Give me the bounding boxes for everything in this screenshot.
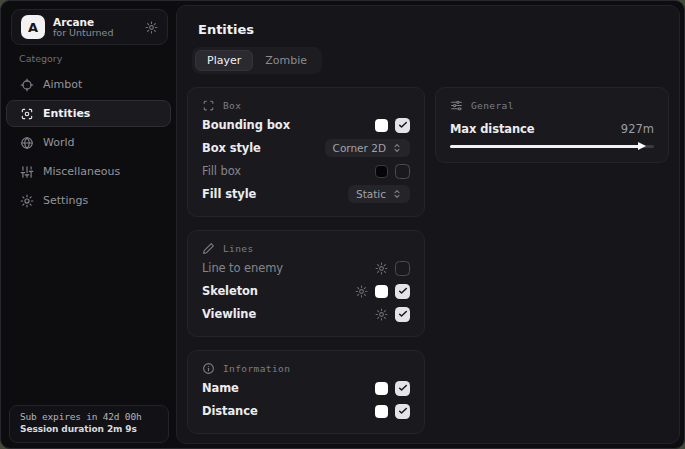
checkbox-checked[interactable] xyxy=(395,284,410,299)
sliders-horizontal-icon xyxy=(450,99,463,112)
checkbox-checked[interactable] xyxy=(395,118,410,133)
slider-row-max-distance: Max distance 927m xyxy=(450,122,654,136)
information-section-card: Information Name Distance xyxy=(187,350,425,434)
globe-icon xyxy=(20,136,34,150)
slider-fill xyxy=(450,145,640,148)
sub-expires-text: Sub expires in 42d 00h xyxy=(20,411,158,422)
sidebar-item-miscellaneous[interactable]: Miscellaneous xyxy=(6,158,171,185)
feature-row-fill-style: Fill style Static xyxy=(202,184,410,204)
section-title: General xyxy=(471,100,514,111)
info-icon xyxy=(202,362,215,375)
sidebar: A Arcane for Unturned Category Aimbot xyxy=(1,1,176,448)
color-swatch[interactable] xyxy=(375,285,388,298)
checkbox-unchecked[interactable] xyxy=(395,164,410,179)
section-title: Lines xyxy=(223,243,254,254)
max-distance-slider[interactable] xyxy=(450,142,654,150)
slider-value: 927m xyxy=(621,122,654,136)
row-settings-gear-icon[interactable] xyxy=(375,262,388,275)
sidebar-item-world[interactable]: World xyxy=(6,129,171,156)
tab-zombie[interactable]: Zombie xyxy=(253,50,319,71)
row-settings-gear-icon[interactable] xyxy=(375,308,388,321)
box-brackets-icon xyxy=(202,99,215,112)
sidebar-nav: Aimbot Entities World Miscellaneous xyxy=(6,71,171,216)
fill-style-select[interactable]: Static xyxy=(348,185,410,203)
page-title: Entities xyxy=(198,22,669,37)
chevrons-up-down-icon xyxy=(392,189,402,199)
sidebar-item-settings[interactable]: Settings xyxy=(6,187,171,214)
general-section-card: General Max distance 927m xyxy=(435,87,669,163)
check-icon xyxy=(398,383,408,393)
check-icon xyxy=(398,286,408,296)
app-title-block: Arcane for Unturned xyxy=(53,16,145,39)
slider-thumb-arrow[interactable] xyxy=(638,142,646,150)
check-icon xyxy=(398,309,408,319)
sidebar-item-label: Aimbot xyxy=(43,78,82,91)
sidebar-item-label: Miscellaneous xyxy=(43,165,120,178)
app-name: Arcane xyxy=(53,16,145,28)
row-label: Name xyxy=(202,381,239,395)
box-section-header: Box xyxy=(202,99,410,112)
app-header-card: A Arcane for Unturned xyxy=(11,9,168,45)
app-subtitle: for Unturned xyxy=(53,28,145,39)
gear-icon xyxy=(20,194,34,208)
feature-row-bounding-box: Bounding box xyxy=(202,115,410,135)
checkbox-checked[interactable] xyxy=(395,404,410,419)
sidebar-item-label: Entities xyxy=(43,107,90,120)
feature-row-line-to-enemy: Line to enemy xyxy=(202,258,410,278)
color-swatch[interactable] xyxy=(375,119,388,132)
sidebar-item-entities[interactable]: Entities xyxy=(6,100,171,127)
subscription-card: Sub expires in 42d 00h Session duration … xyxy=(9,405,169,443)
sliders-icon xyxy=(20,165,34,179)
tab-bar: Player Zombie xyxy=(192,47,322,74)
row-label: Line to enemy xyxy=(202,261,283,275)
check-icon xyxy=(398,120,408,130)
row-label: Skeleton xyxy=(202,284,258,298)
sidebar-item-aimbot[interactable]: Aimbot xyxy=(6,71,171,98)
main-panel: Entities Player Zombie Box Bounding box xyxy=(176,5,680,444)
row-settings-gear-icon[interactable] xyxy=(355,285,368,298)
feature-row-box-style: Box style Corner 2D xyxy=(202,138,410,158)
checkbox-unchecked[interactable] xyxy=(395,261,410,276)
feature-row-name: Name xyxy=(202,378,410,398)
chevrons-up-down-icon xyxy=(392,143,402,153)
box-section-card: Box Bounding box Box style xyxy=(187,87,425,217)
row-label: Fill style xyxy=(202,187,256,201)
color-swatch[interactable] xyxy=(375,382,388,395)
section-title: Box xyxy=(223,100,241,111)
color-swatch[interactable] xyxy=(375,165,388,178)
category-label: Category xyxy=(19,53,62,64)
checkbox-checked[interactable] xyxy=(395,307,410,322)
checkbox-checked[interactable] xyxy=(395,381,410,396)
row-label: Bounding box xyxy=(202,118,290,132)
crosshair-icon xyxy=(20,78,34,92)
color-swatch[interactable] xyxy=(375,405,388,418)
app-logo: A xyxy=(21,15,45,39)
box-style-select[interactable]: Corner 2D xyxy=(325,139,410,157)
lines-section-header: Lines xyxy=(202,242,410,255)
gear-icon[interactable] xyxy=(145,21,158,34)
select-value: Static xyxy=(356,188,386,200)
information-section-header: Information xyxy=(202,362,410,375)
tab-player[interactable]: Player xyxy=(195,50,253,71)
entities-icon xyxy=(20,107,34,121)
row-label: Box style xyxy=(202,141,261,155)
feature-row-viewline: Viewline xyxy=(202,304,410,324)
row-label: Max distance xyxy=(450,122,535,136)
section-title: Information xyxy=(223,363,290,374)
sidebar-item-label: World xyxy=(43,136,75,149)
session-duration-text: Session duration 2m 9s xyxy=(20,424,158,434)
pencil-icon xyxy=(202,242,215,255)
row-label: Fill box xyxy=(202,164,241,178)
general-section-header: General xyxy=(450,99,654,112)
row-label: Viewline xyxy=(202,307,256,321)
lines-section-card: Lines Line to enemy Skeleton xyxy=(187,230,425,337)
row-label: Distance xyxy=(202,404,258,418)
sidebar-item-label: Settings xyxy=(43,194,88,207)
feature-row-skeleton: Skeleton xyxy=(202,281,410,301)
feature-row-fill-box: Fill box xyxy=(202,161,410,181)
check-icon xyxy=(398,406,408,416)
app-window: A Arcane for Unturned Category Aimbot xyxy=(0,0,685,449)
feature-row-distance: Distance xyxy=(202,401,410,421)
select-value: Corner 2D xyxy=(333,142,386,154)
